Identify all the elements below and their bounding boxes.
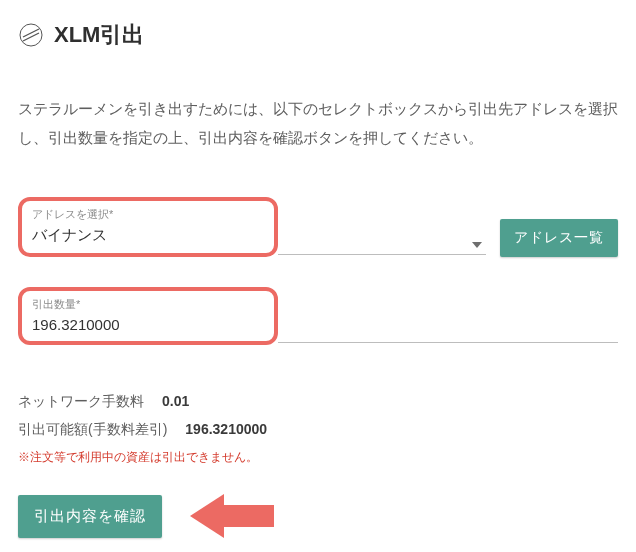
confirm-row: 引出内容を確認 bbox=[18, 494, 618, 538]
chevron-down-icon[interactable] bbox=[472, 242, 482, 248]
select-underline bbox=[278, 254, 486, 255]
warning-text: ※注文等で利用中の資産は引出できません。 bbox=[18, 449, 618, 466]
fee-label: ネットワーク手数料 bbox=[18, 393, 144, 411]
fee-line: ネットワーク手数料 0.01 bbox=[18, 393, 618, 411]
stellar-icon bbox=[18, 22, 44, 48]
withdrawable-value: 196.3210000 bbox=[185, 421, 267, 437]
svg-point-0 bbox=[20, 24, 42, 46]
amount-row: 引出数量* 196.3210000 bbox=[18, 287, 618, 345]
fee-value: 0.01 bbox=[162, 393, 189, 409]
address-value: バイナンス bbox=[32, 224, 264, 249]
withdrawable-label: 引出可能額(手数料差引) bbox=[18, 421, 167, 439]
amount-label: 引出数量* bbox=[32, 297, 264, 312]
address-select[interactable]: アドレスを選択* バイナンス bbox=[18, 197, 278, 257]
info-block: ネットワーク手数料 0.01 引出可能額(手数料差引) 196.3210000 … bbox=[18, 393, 618, 466]
address-select-line: アドレスを選択* バイナンス bbox=[18, 197, 486, 257]
withdrawable-line: 引出可能額(手数料差引) 196.3210000 bbox=[18, 421, 618, 439]
amount-field-line: 引出数量* 196.3210000 bbox=[18, 287, 618, 345]
confirm-button[interactable]: 引出内容を確認 bbox=[18, 495, 162, 538]
amount-input[interactable]: 引出数量* 196.3210000 bbox=[18, 287, 278, 345]
amount-value: 196.3210000 bbox=[32, 314, 264, 337]
address-list-button[interactable]: アドレス一覧 bbox=[500, 219, 618, 257]
annotation-arrow-icon bbox=[190, 494, 274, 538]
amount-underline bbox=[278, 342, 618, 343]
page-title: XLM引出 bbox=[54, 20, 144, 50]
page-header: XLM引出 bbox=[18, 20, 618, 50]
description-text: ステラルーメンを引き出すためには、以下のセレクトボックスから引出先アドレスを選択… bbox=[18, 95, 618, 152]
address-row: アドレスを選択* バイナンス アドレス一覧 bbox=[18, 197, 618, 257]
address-label: アドレスを選択* bbox=[32, 207, 264, 222]
